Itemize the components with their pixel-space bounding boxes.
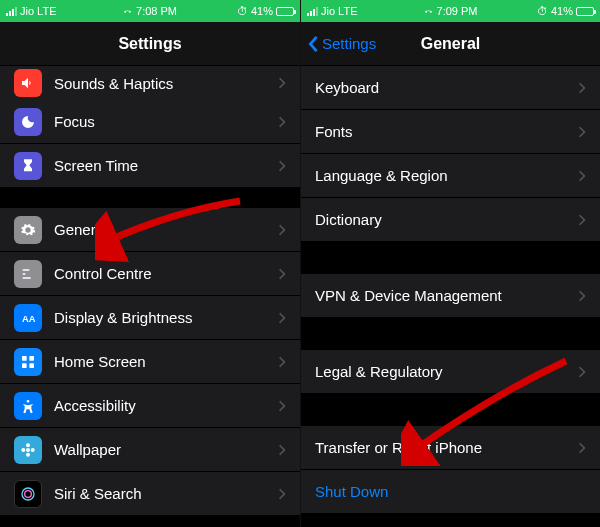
svg-point-8 [25,490,32,497]
row-wallpaper[interactable]: Wallpaper [0,428,300,472]
row-siri-search[interactable]: Siri & Search [0,472,300,516]
row-label: Control Centre [54,265,152,282]
battery-percent: 41% [251,5,273,17]
row-general[interactable]: General [0,208,300,252]
carrier-label: Jio LTE [20,5,56,17]
row-label: Focus [54,113,95,130]
chevron-right-icon [278,312,286,324]
svg-point-7 [22,488,34,500]
row-label: Display & Brightness [54,309,192,326]
row-home-screen[interactable]: Home Screen [0,340,300,384]
sliders-icon [14,260,42,288]
general-list[interactable]: Keyboard Fonts Language & Region Diction… [301,66,600,527]
chevron-right-icon [278,488,286,500]
back-label: Settings [322,35,376,52]
row-accessibility[interactable]: Accessibility [0,384,300,428]
row-label: Home Screen [54,353,146,370]
chevron-right-icon [578,290,586,302]
svg-rect-3 [22,363,27,368]
row-label: Sounds & Haptics [54,75,173,92]
gear-icon [14,216,42,244]
chevron-right-icon [578,442,586,454]
status-bar: Jio LTE 7:09 PM ⏱ 41% [301,0,600,22]
row-label: Legal & Regulatory [315,363,443,380]
svg-point-5 [27,400,30,403]
siri-icon [14,480,42,508]
alarm-icon: ⏱ [237,5,248,17]
status-time: 7:09 PM [437,5,478,17]
chevron-right-icon [578,214,586,226]
status-bar: Jio LTE 7:08 PM ⏱ 41% [0,0,300,22]
page-title: Settings [118,35,181,53]
chevron-right-icon [578,366,586,378]
row-transfer-reset[interactable]: Transfer or Reset iPhone [301,426,600,470]
accessibility-icon [14,392,42,420]
svg-rect-4 [29,363,34,368]
back-button[interactable]: Settings [307,35,376,53]
svg-rect-1 [22,356,27,361]
row-label: Shut Down [315,483,388,500]
row-sounds-haptics[interactable]: Sounds & Haptics [0,66,300,100]
page-title: General [421,35,481,53]
row-label: Language & Region [315,167,448,184]
row-vpn[interactable]: VPN & Device Management [301,274,600,318]
chevron-right-icon [278,356,286,368]
row-focus[interactable]: Focus [0,100,300,144]
row-label: Keyboard [315,79,379,96]
chevron-right-icon [278,116,286,128]
svg-rect-2 [29,356,34,361]
svg-text:AA: AA [22,314,36,324]
row-label: Transfer or Reset iPhone [315,439,482,456]
settings-list[interactable]: Sounds & Haptics Focus Screen Time Gener… [0,66,300,527]
chevron-right-icon [278,160,286,172]
phone-general: Jio LTE 7:09 PM ⏱ 41% Settings General K… [300,0,600,527]
row-language-region[interactable]: Language & Region [301,154,600,198]
row-fonts[interactable]: Fonts [301,110,600,154]
signal-icon [307,7,318,16]
row-label: Accessibility [54,397,136,414]
svg-point-6 [26,448,30,452]
chevron-right-icon [278,268,286,280]
row-label: Fonts [315,123,353,140]
battery-percent: 41% [551,5,573,17]
row-shut-down[interactable]: Shut Down [301,470,600,514]
battery-icon [276,7,294,16]
call-icon [123,7,132,16]
signal-icon [6,7,17,16]
row-label: Wallpaper [54,441,121,458]
nav-bar: Settings [0,22,300,66]
chevron-left-icon [307,35,319,53]
hourglass-icon [14,152,42,180]
text-size-icon: AA [14,304,42,332]
row-dictionary[interactable]: Dictionary [301,198,600,242]
chevron-right-icon [278,400,286,412]
row-keyboard[interactable]: Keyboard [301,66,600,110]
row-control-centre[interactable]: Control Centre [0,252,300,296]
chevron-right-icon [578,126,586,138]
chevron-right-icon [278,444,286,456]
row-label: Dictionary [315,211,382,228]
chevron-right-icon [578,82,586,94]
row-legal[interactable]: Legal & Regulatory [301,350,600,394]
carrier-label: Jio LTE [321,5,357,17]
row-label: General [54,221,107,238]
status-time: 7:08 PM [136,5,177,17]
row-label: VPN & Device Management [315,287,502,304]
row-display-brightness[interactable]: AA Display & Brightness [0,296,300,340]
nav-bar: Settings General [301,22,600,66]
call-icon [424,7,433,16]
row-label: Siri & Search [54,485,142,502]
chevron-right-icon [578,170,586,182]
phone-settings: Jio LTE 7:08 PM ⏱ 41% Settings Sounds & … [0,0,300,527]
speaker-icon [14,69,42,97]
chevron-right-icon [278,77,286,89]
battery-icon [576,7,594,16]
alarm-icon: ⏱ [537,5,548,17]
row-screen-time[interactable]: Screen Time [0,144,300,188]
row-label: Screen Time [54,157,138,174]
chevron-right-icon [278,224,286,236]
flower-icon [14,436,42,464]
moon-icon [14,108,42,136]
grid-icon [14,348,42,376]
